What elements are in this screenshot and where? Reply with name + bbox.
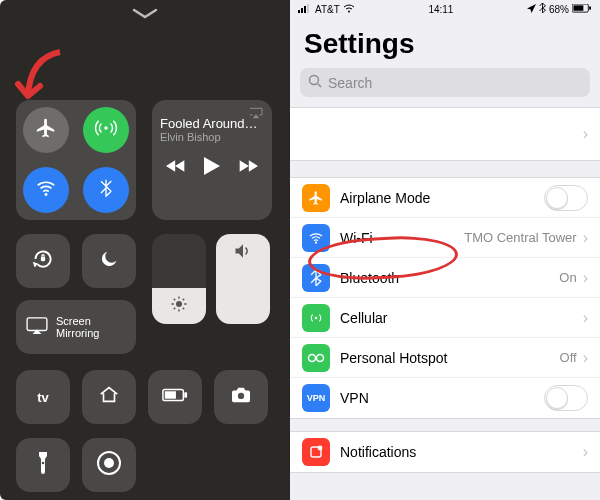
row-value: TMO Central Tower (464, 230, 576, 245)
bluetooth-row[interactable]: Bluetooth On › (290, 258, 600, 298)
airplane-icon (35, 117, 57, 143)
screen-record-button[interactable] (82, 438, 136, 492)
do-not-disturb-toggle[interactable] (82, 234, 136, 288)
chevron-down-icon[interactable] (132, 6, 158, 24)
orientation-lock-icon (30, 246, 56, 276)
wifi-icon (302, 224, 330, 252)
search-icon (308, 74, 322, 91)
svg-point-11 (104, 458, 114, 468)
page-title: Settings (290, 18, 600, 68)
volume-slider[interactable] (216, 234, 270, 324)
annotation-arrow (10, 48, 74, 116)
svg-point-22 (315, 316, 318, 319)
orientation-lock-toggle[interactable] (16, 234, 70, 288)
search-input[interactable]: Search (300, 68, 590, 97)
personal-hotspot-row[interactable]: Personal Hotspot Off › (290, 338, 600, 378)
svg-point-21 (315, 241, 317, 243)
forward-icon[interactable] (238, 159, 258, 177)
row-value: On (559, 270, 576, 285)
clock-label: 14:11 (428, 4, 453, 15)
chevron-right-icon: › (583, 229, 588, 247)
screen-mirroring-label: Screen Mirroring (56, 315, 126, 339)
low-power-button[interactable] (148, 370, 202, 424)
brightness-icon (170, 295, 188, 317)
svg-rect-18 (589, 6, 591, 10)
now-playing-tile[interactable]: Fooled Around… Elvin Bishop (152, 100, 272, 220)
antenna-icon (95, 117, 117, 143)
chevron-right-icon: › (583, 309, 588, 327)
profile-row[interactable]: › (290, 107, 600, 161)
cellular-row[interactable]: Cellular › (290, 298, 600, 338)
screen-mirroring-icon (26, 317, 48, 337)
vpn-row[interactable]: VPN VPN (290, 378, 600, 418)
chevron-right-icon: › (583, 125, 588, 143)
airplane-icon (302, 184, 330, 212)
bluetooth-icon (96, 178, 116, 202)
flashlight-button[interactable] (16, 438, 70, 492)
svg-point-23 (309, 354, 316, 361)
camera-button[interactable] (214, 370, 268, 424)
wifi-toggle[interactable] (23, 167, 69, 213)
moon-icon (98, 248, 120, 274)
home-button[interactable] (82, 370, 136, 424)
row-label: Airplane Mode (340, 190, 544, 206)
control-center-panel: Fooled Around… Elvin Bishop Screen Mirro… (0, 0, 290, 500)
svg-point-20 (310, 76, 319, 85)
chevron-right-icon: › (583, 269, 588, 287)
chevron-right-icon: › (583, 443, 588, 461)
airplane-mode-row[interactable]: Airplane Mode (290, 178, 600, 218)
chevron-right-icon: › (583, 349, 588, 367)
camera-icon (230, 386, 252, 408)
row-label: Wi-Fi (340, 230, 464, 246)
row-label: Bluetooth (340, 270, 559, 286)
svg-point-1 (45, 193, 48, 196)
vpn-icon: VPN (302, 384, 330, 412)
bluetooth-toggle[interactable] (83, 167, 129, 213)
svg-point-16 (348, 10, 350, 12)
svg-rect-14 (304, 6, 306, 13)
svg-point-24 (317, 354, 324, 361)
row-label: Notifications (340, 444, 577, 460)
wifi-icon (35, 177, 57, 203)
svg-rect-6 (184, 392, 187, 398)
notifications-icon (302, 438, 330, 466)
play-icon[interactable] (204, 157, 220, 179)
home-icon (98, 384, 120, 410)
battery-status-icon (572, 4, 592, 15)
apple-tv-button[interactable]: tv (16, 370, 70, 424)
apple-tv-icon: tv (37, 390, 49, 405)
airplay-icon[interactable] (248, 106, 264, 124)
volume-icon (233, 242, 253, 264)
row-label: VPN (340, 390, 544, 406)
bluetooth-status-icon (539, 3, 546, 15)
hotspot-icon (302, 344, 330, 372)
rewind-icon[interactable] (166, 159, 186, 177)
connectivity-tile[interactable] (16, 100, 136, 220)
bluetooth-icon (302, 264, 330, 292)
record-icon (96, 450, 122, 480)
battery-percent-label: 68% (549, 4, 569, 15)
svg-point-4 (176, 301, 182, 307)
settings-panel: AT&T 14:11 68% Settings Search › Airplan… (290, 0, 600, 500)
wifi-row[interactable]: Wi-Fi TMO Central Tower › (290, 218, 600, 258)
row-label: Cellular (340, 310, 577, 326)
cellular-data-toggle[interactable] (83, 107, 129, 153)
svg-point-9 (42, 462, 45, 465)
airplane-mode-toggle-switch[interactable] (544, 185, 588, 211)
battery-icon (162, 388, 188, 406)
location-icon (527, 4, 536, 15)
svg-rect-7 (165, 391, 176, 398)
now-playing-artist: Elvin Bishop (160, 131, 264, 143)
antenna-icon (302, 304, 330, 332)
notifications-row[interactable]: Notifications › (290, 432, 600, 472)
screen-mirroring-button[interactable]: Screen Mirroring (16, 300, 136, 354)
svg-rect-13 (301, 8, 303, 13)
brightness-slider[interactable] (152, 234, 206, 324)
search-placeholder: Search (328, 75, 372, 91)
row-label: Personal Hotspot (340, 350, 560, 366)
svg-rect-15 (307, 4, 309, 13)
row-value: Off (560, 350, 577, 365)
vpn-toggle-switch[interactable] (544, 385, 588, 411)
svg-rect-2 (41, 257, 45, 261)
signal-icon (298, 4, 312, 15)
